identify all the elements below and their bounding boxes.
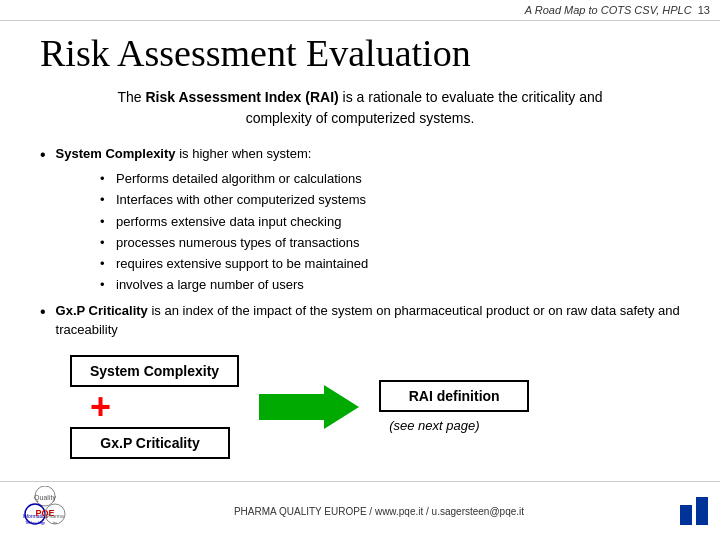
svg-text:Quality: Quality bbox=[34, 494, 56, 502]
svg-marker-0 bbox=[259, 385, 359, 429]
svg-rect-11 bbox=[696, 497, 708, 525]
bullet2-rest: is an index of the impact of the system … bbox=[56, 303, 680, 336]
list-item: requires extensive support to be maintai… bbox=[100, 255, 680, 273]
footer: Quality Information PQE Pharma Technolog… bbox=[0, 481, 720, 540]
footer-website: PHARMA QUALITY EUROPE / www.pqe.it / u.s… bbox=[234, 506, 524, 517]
system-complexity-label: System Complexity bbox=[56, 146, 176, 161]
header-bar: A Road Map to COTS CSV, HPLC 13 bbox=[0, 0, 720, 21]
left-boxes: System Complexity + Gx.P Criticality bbox=[70, 355, 239, 459]
bullet-main-2: • Gx.P Criticality is an index of the im… bbox=[40, 302, 680, 338]
pqe-logo: Quality Information PQE Pharma Technolog… bbox=[10, 486, 80, 536]
list-item: processes numerous types of transactions bbox=[100, 234, 680, 252]
bullet-dot-2: • bbox=[40, 302, 46, 321]
list-item: performs extensive data input checking bbox=[100, 213, 680, 231]
list-item: involves a large number of users bbox=[100, 276, 680, 294]
intro-line1: The Risk Assessment Index (RAI) is a rat… bbox=[117, 89, 602, 105]
bullet-main-1: • System Complexity is higher when syste… bbox=[40, 145, 680, 164]
box-system-complexity: System Complexity bbox=[70, 355, 239, 387]
intro-line2: complexity of computerized systems. bbox=[246, 110, 475, 126]
bullet-main-text-1: System Complexity is higher when system: bbox=[56, 145, 312, 163]
arrow-icon bbox=[259, 382, 359, 432]
main-content: Risk Assessment Evaluation The Risk Asse… bbox=[0, 21, 720, 469]
list-item: Performs detailed algorithm or calculati… bbox=[100, 170, 680, 188]
diagram-section: System Complexity + Gx.P Criticality RAI… bbox=[70, 355, 680, 459]
sub-bullet-list-1: Performs detailed algorithm or calculati… bbox=[100, 170, 680, 294]
plus-sign: + bbox=[90, 389, 111, 425]
bullet1-rest: is higher when system: bbox=[176, 146, 312, 161]
right-section: RAI definition (see next page) bbox=[379, 380, 529, 433]
intro-paragraph: The Risk Assessment Index (RAI) is a rat… bbox=[40, 87, 680, 129]
list-item: Interfaces with other computerized syste… bbox=[100, 191, 680, 209]
bullet-dot-1: • bbox=[40, 145, 46, 164]
arrow-right bbox=[259, 382, 359, 432]
svg-rect-10 bbox=[680, 505, 692, 525]
svg-text:tis: tis bbox=[53, 520, 57, 525]
breadcrumb-text: A Road Map to COTS CSV, HPLC bbox=[525, 4, 692, 16]
page-title: Risk Assessment Evaluation bbox=[40, 31, 680, 75]
right-logo-icon bbox=[678, 495, 710, 527]
see-next-text: (see next page) bbox=[389, 418, 479, 433]
svg-text:Technology: Technology bbox=[24, 520, 44, 525]
box-rai-definition: RAI definition bbox=[379, 380, 529, 412]
page-number: 13 bbox=[698, 4, 710, 16]
bullet-main-text-2: Gx.P Criticality is an index of the impa… bbox=[56, 302, 680, 338]
bullet-section-2: • Gx.P Criticality is an index of the im… bbox=[40, 302, 680, 338]
bullet-section-1: • System Complexity is higher when syste… bbox=[40, 145, 680, 294]
gxp-criticality-label: Gx.P Criticality bbox=[56, 303, 148, 318]
box-gxp-criticality: Gx.P Criticality bbox=[70, 427, 230, 459]
logo-svg: Quality Information PQE Pharma Technolog… bbox=[13, 486, 78, 534]
svg-text:Pharma: Pharma bbox=[46, 513, 64, 519]
